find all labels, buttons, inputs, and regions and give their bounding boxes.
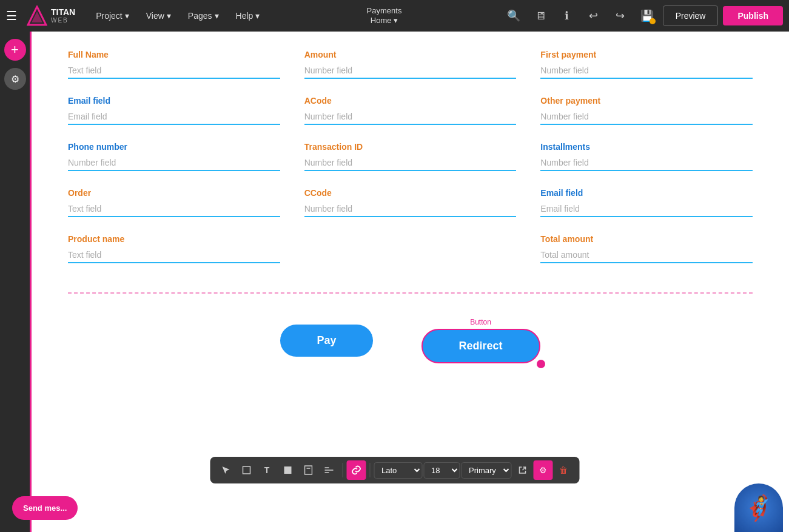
svg-rect-3 (284, 466, 291, 474)
logo-sub: WEB (51, 17, 75, 24)
field-label-phone: Phone number (68, 142, 280, 152)
field-input-total-amount[interactable] (540, 247, 753, 263)
field-label-email-col3: Email field (540, 188, 753, 198)
mascot-icon: 🦸 (734, 483, 783, 532)
field-input-phone[interactable] (68, 155, 280, 171)
left-sidebar: + ⚙ (0, 32, 32, 532)
field-input-ccode[interactable] (304, 201, 517, 217)
toolbar-sep-1 (342, 463, 343, 477)
topnav: ☰ TITAN WEB Project ▾ View ▾ Pages ▾ Hel… (0, 0, 789, 32)
field-product-name: Product name (68, 234, 280, 263)
redirect-btn-dot (537, 360, 545, 368)
toolbar-shape-icon[interactable] (278, 460, 297, 480)
buttons-area: Pay Button Redirect (68, 318, 753, 363)
nav-project[interactable]: Project ▾ (90, 0, 135, 32)
field-label-amount: Amount (304, 50, 517, 59)
breadcrumb: Payments Home ▾ (367, 6, 402, 25)
field-label-total-amount: Total amount (540, 234, 753, 244)
field-email: Email field (68, 96, 280, 125)
nav-help[interactable]: Help ▾ (230, 0, 266, 32)
toolbar-delete-icon[interactable]: 🗑 (554, 460, 573, 480)
toolbar-page-icon[interactable] (298, 460, 318, 480)
field-label-first-payment: First payment (540, 50, 753, 59)
field-input-product-name[interactable] (68, 247, 280, 263)
field-label-installments: Installments (540, 142, 753, 152)
preview-button[interactable]: Preview (663, 5, 719, 26)
toolbar-settings-icon[interactable]: ⚙ (533, 460, 552, 480)
field-label-other-payment: Other payment (540, 96, 753, 106)
field-label-ccode: CCode (304, 188, 517, 198)
toolbar-select-icon[interactable] (216, 460, 235, 480)
editor-toolbar: T Lato Arial Roboto 18 14 16 20 24 Prima… (210, 457, 579, 483)
toolbar-text-icon[interactable]: T (257, 460, 277, 480)
field-label-acode: ACode (304, 96, 517, 106)
field-input-installments[interactable] (540, 155, 753, 171)
section-divider (68, 292, 753, 294)
field-label-full-name: Full Name (68, 50, 280, 59)
logo: TITAN WEB (27, 5, 75, 26)
field-input-other-payment[interactable] (540, 109, 753, 125)
field-label-order: Order (68, 188, 280, 198)
field-full-name: Full Name (68, 50, 280, 79)
nav-view[interactable]: View ▾ (140, 0, 177, 32)
field-transaction-id: Transaction ID (304, 142, 517, 171)
font-weight-select[interactable]: Primary Bold Light (461, 462, 511, 479)
field-other-payment: Other payment (540, 96, 753, 125)
font-size-select[interactable]: 18 14 16 20 24 (423, 462, 460, 479)
field-label-product-name: Product name (68, 234, 280, 244)
field-input-amount[interactable] (304, 63, 517, 79)
toolbar-frame-icon[interactable] (237, 460, 256, 480)
publish-button[interactable]: Publish (723, 6, 783, 25)
toolbar-link-icon[interactable] (346, 460, 366, 480)
device-icon[interactable]: 🖥 (529, 5, 551, 27)
field-label-email: Email field (68, 96, 280, 106)
save-icon[interactable]: 💾 (636, 5, 658, 27)
field-phone: Phone number (68, 142, 280, 171)
field-input-email[interactable] (68, 109, 280, 125)
form-grid: Full Name Email field Phone number Order (68, 50, 753, 280)
form-column-1: Full Name Email field Phone number Order (68, 50, 280, 280)
svg-rect-4 (304, 466, 312, 474)
field-input-email-col3[interactable] (540, 201, 753, 217)
field-input-order[interactable] (68, 201, 280, 217)
form-column-3: First payment Other payment Installments… (540, 50, 753, 280)
logo-svg (27, 5, 47, 26)
field-first-payment: First payment (540, 50, 753, 79)
add-element-button[interactable]: + (4, 39, 26, 61)
field-amount: Amount (304, 50, 517, 79)
field-acode: ACode (304, 96, 517, 125)
toolbar-align-icon[interactable] (319, 460, 338, 480)
field-email-col3: Email field (540, 188, 753, 217)
toolbar-sep-2 (369, 463, 370, 477)
pay-button[interactable]: Pay (280, 325, 372, 357)
settings-button[interactable]: ⚙ (4, 68, 26, 90)
field-total-amount: Total amount (540, 234, 753, 263)
field-installments: Installments (540, 142, 753, 171)
save-badge (650, 18, 656, 24)
undo-icon[interactable]: ↩ (583, 5, 605, 27)
toolbar-external-link-icon[interactable] (512, 460, 532, 480)
redirect-button[interactable]: Redirect (421, 329, 540, 363)
redirect-btn-wrapper: Button Redirect (421, 318, 540, 363)
field-input-full-name[interactable] (68, 63, 280, 79)
field-input-transaction-id[interactable] (304, 155, 517, 171)
form-column-2: Amount ACode Transaction ID CCode (304, 50, 517, 280)
field-input-acode[interactable] (304, 109, 517, 125)
field-ccode: CCode (304, 188, 517, 217)
hamburger-icon[interactable]: ☰ (6, 8, 17, 23)
button-tag-label: Button (421, 318, 540, 326)
field-input-first-payment[interactable] (540, 63, 753, 79)
logo-title: TITAN (51, 8, 75, 17)
info-icon[interactable]: ℹ (556, 5, 578, 27)
nav-pages[interactable]: Pages ▾ (182, 0, 225, 32)
redo-icon[interactable]: ↪ (609, 5, 631, 27)
field-label-transaction-id: Transaction ID (304, 142, 517, 152)
search-icon[interactable]: 🔍 (503, 5, 525, 27)
svg-rect-2 (243, 466, 250, 474)
field-order: Order (68, 188, 280, 217)
font-family-select[interactable]: Lato Arial Roboto (374, 462, 422, 479)
send-message-button[interactable]: Send mes... (12, 496, 78, 520)
